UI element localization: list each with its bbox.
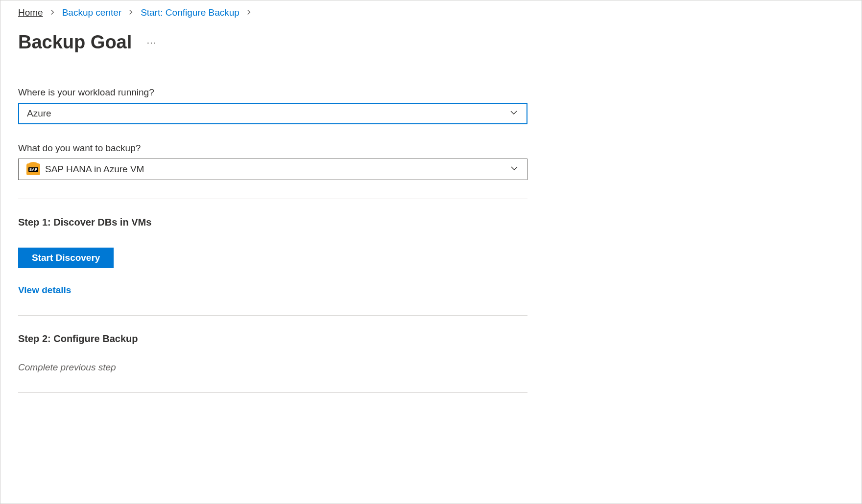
start-discovery-button[interactable]: Start Discovery bbox=[18, 248, 114, 268]
more-icon[interactable]: ⋯ bbox=[146, 37, 157, 48]
breadcrumb-configure-backup[interactable]: Start: Configure Backup bbox=[141, 7, 239, 18]
chevron-right-icon bbox=[246, 8, 252, 18]
view-details-link[interactable]: View details bbox=[18, 285, 844, 296]
page-header: Backup Goal ⋯ bbox=[18, 32, 844, 53]
workload-label: Where is your workload running? bbox=[18, 87, 527, 98]
page-title: Backup Goal bbox=[18, 32, 132, 53]
step2-title: Step 2: Configure Backup bbox=[18, 333, 844, 344]
step1-title: Step 1: Discover DBs in VMs bbox=[18, 217, 844, 228]
breadcrumb: Home Backup center Start: Configure Back… bbox=[18, 7, 844, 18]
breadcrumb-backup-center[interactable]: Backup center bbox=[62, 7, 121, 18]
breadcrumb-home[interactable]: Home bbox=[18, 7, 43, 18]
chevron-right-icon bbox=[128, 8, 134, 18]
sap-hana-icon: SAP bbox=[26, 163, 40, 175]
chevron-down-icon bbox=[509, 163, 519, 176]
backup-target-value: SAP HANA in Azure VM bbox=[45, 164, 144, 175]
divider bbox=[18, 392, 527, 393]
workload-dropdown[interactable]: Azure bbox=[18, 103, 527, 124]
step2-hint: Complete previous step bbox=[18, 362, 844, 373]
backup-target-dropdown[interactable]: SAP SAP HANA in Azure VM bbox=[18, 159, 527, 180]
workload-value: Azure bbox=[27, 108, 51, 119]
chevron-down-icon bbox=[509, 108, 519, 120]
chevron-right-icon bbox=[50, 8, 55, 18]
backup-target-label: What do you want to backup? bbox=[18, 143, 527, 154]
